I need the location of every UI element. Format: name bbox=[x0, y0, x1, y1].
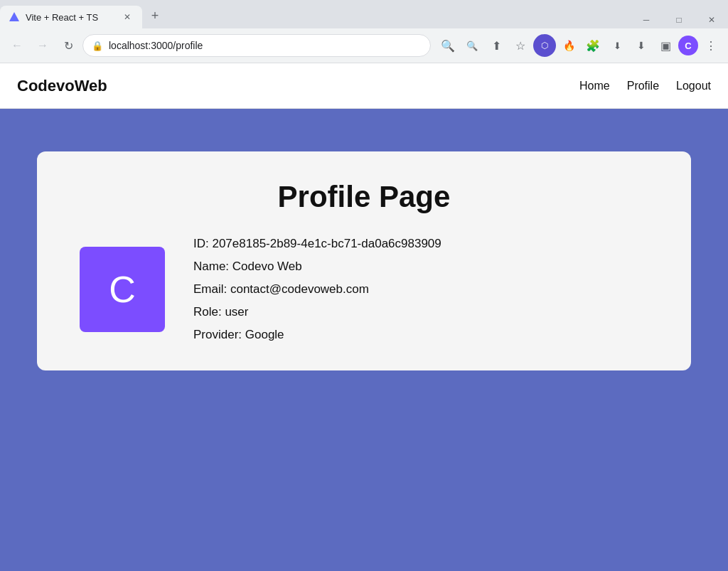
minimize-button[interactable]: ─ bbox=[630, 6, 663, 34]
extensions-button[interactable]: 🧩 bbox=[582, 34, 604, 57]
lock-icon: 🔒 bbox=[92, 41, 103, 51]
address-bar[interactable]: 🔒 localhost:3000/profile bbox=[82, 34, 431, 57]
profile-email: Email: contact@codevoweb.com bbox=[193, 282, 441, 297]
extension-icon-1[interactable]: ⬡ bbox=[533, 34, 556, 57]
download-icon[interactable]: ⬇ bbox=[630, 34, 653, 57]
zoom-out-icon-button[interactable]: 🔍 bbox=[461, 34, 483, 57]
close-button[interactable]: ✕ bbox=[695, 6, 728, 34]
nav-link-profile[interactable]: Profile bbox=[627, 80, 659, 92]
toolbar-icons: 🔍 🔍 ⬆ ☆ ⬡ 🔥 🧩 ⬇ ⬇ ▣ C ⋮ bbox=[437, 34, 722, 57]
nav-link-logout[interactable]: Logout bbox=[676, 80, 711, 92]
nav-link-home[interactable]: Home bbox=[579, 80, 610, 92]
brand-logo: CodevoWeb bbox=[17, 77, 579, 95]
tab-close-button[interactable]: ✕ bbox=[121, 11, 134, 23]
app-wrapper: CodevoWeb Home Profile Logout Profile Pa… bbox=[0, 63, 728, 571]
address-text: localhost:3000/profile bbox=[109, 40, 422, 51]
active-tab[interactable]: Vite + React + TS ✕ bbox=[0, 6, 142, 28]
svg-marker-0 bbox=[9, 12, 19, 21]
profile-role: Role: user bbox=[193, 305, 441, 319]
profile-page-title: Profile Page bbox=[80, 180, 648, 214]
main-content: Profile Page C ID: 207e8185-2b89-4e1c-bc… bbox=[0, 109, 728, 571]
maximize-button[interactable]: □ bbox=[663, 6, 695, 34]
address-bar-row: ← → ↻ 🔒 localhost:3000/profile 🔍 🔍 ⬆ ☆ ⬡… bbox=[0, 28, 728, 63]
tab-search-icon[interactable]: ▣ bbox=[654, 34, 677, 57]
profile-provider: Provider: Google bbox=[193, 328, 441, 342]
profile-name: Name: Codevo Web bbox=[193, 260, 441, 274]
tab-favicon bbox=[9, 11, 20, 23]
navbar: CodevoWeb Home Profile Logout bbox=[0, 63, 728, 109]
nav-links: Home Profile Logout bbox=[579, 80, 711, 92]
extension-icon-3[interactable]: ⬇ bbox=[606, 34, 628, 57]
tab-title: Vite + React + TS bbox=[26, 12, 115, 23]
profile-id: ID: 207e8185-2b89-4e1c-bc71-da0a6c983909 bbox=[193, 237, 441, 251]
extension-icon-2[interactable]: 🔥 bbox=[557, 34, 580, 57]
menu-button[interactable]: ⋮ bbox=[700, 34, 722, 57]
profile-details: ID: 207e8185-2b89-4e1c-bc71-da0a6c983909… bbox=[193, 237, 441, 342]
refresh-button[interactable]: ↻ bbox=[57, 34, 80, 57]
browser-chrome: Vite + React + TS ✕ + ─ □ ✕ ← → ↻ 🔒 loca… bbox=[0, 0, 728, 63]
profile-avatar-large: C bbox=[80, 247, 165, 332]
profile-card: Profile Page C ID: 207e8185-2b89-4e1c-bc… bbox=[37, 151, 691, 370]
forward-button[interactable]: → bbox=[31, 34, 54, 57]
profile-info-section: C ID: 207e8185-2b89-4e1c-bc71-da0a6c9839… bbox=[80, 237, 648, 342]
chrome-profile-avatar[interactable]: C bbox=[678, 36, 698, 55]
share-icon-button[interactable]: ⬆ bbox=[485, 34, 508, 57]
new-tab-button[interactable]: + bbox=[145, 6, 165, 26]
back-button[interactable]: ← bbox=[6, 34, 28, 57]
search-icon-button[interactable]: 🔍 bbox=[437, 34, 459, 57]
bookmark-icon-button[interactable]: ☆ bbox=[509, 34, 532, 57]
